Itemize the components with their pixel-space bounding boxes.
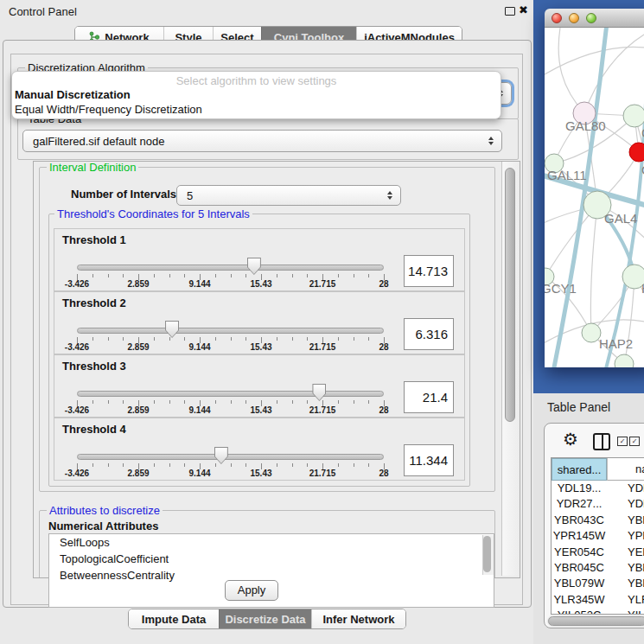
slider-scale-label: 15.43 — [250, 469, 271, 478]
columns-icon[interactable] — [593, 433, 610, 450]
cell-shared-name: YBR045C — [552, 560, 607, 576]
slider-tick — [307, 337, 308, 341]
gear-icon[interactable]: ⚙ — [563, 429, 578, 450]
float-window-icon[interactable] — [505, 7, 515, 16]
slider-tick — [169, 400, 170, 404]
slider-scale-label: 21.715 — [309, 342, 336, 352]
threshold-value-field[interactable]: 21.4 — [404, 381, 454, 413]
tab-impute-data[interactable]: Impute Data — [129, 609, 219, 628]
table-data-select[interactable]: galFiltered.sif default node — [22, 130, 502, 152]
slider-tick — [277, 274, 277, 277]
slider-tick — [245, 400, 246, 404]
node-label: GAL80 — [565, 118, 606, 133]
slider-tick — [215, 274, 216, 277]
thresholds-group: Threshold's Coordinates for 5 Intervals … — [48, 214, 470, 487]
checkbox-icon[interactable]: ✓ — [629, 437, 640, 446]
tab-discretize-data[interactable]: Discretize Data — [219, 609, 311, 628]
slider-tick — [108, 400, 109, 404]
bottom-tab-bar: Impute DataDiscretize DataInfer Network — [128, 609, 406, 629]
popup-option[interactable]: Manual Discretization — [15, 88, 131, 101]
slider-tick — [154, 337, 155, 341]
slider-tick — [277, 463, 277, 467]
network-node-green[interactable] — [582, 323, 601, 342]
slider-tick — [354, 400, 354, 404]
popup-option[interactable]: Equal Width/Frequency Discretization — [15, 103, 202, 116]
minimize-traffic-light[interactable] — [569, 13, 579, 23]
app-root: Control Panel ✖ NetworkStyleSelectCyni T… — [0, 0, 644, 644]
settings-scroll-area[interactable]: Interval Definition Number of Intervals … — [33, 161, 520, 578]
attribute-list-scrollbar-thumb[interactable] — [483, 536, 491, 572]
slider-tick — [154, 274, 155, 277]
column-header-shared-name[interactable]: shared... — [552, 458, 607, 481]
threshold-value-field[interactable]: 6.316 — [404, 318, 454, 350]
network-window-titlebar[interactable] — [545, 9, 644, 28]
cell-shared-name: YPR145W — [552, 528, 607, 544]
table-row[interactable]: YBR045CYBR0 — [552, 560, 644, 576]
slider-tick — [292, 400, 293, 404]
slider-scale-label: 15.43 — [250, 279, 271, 289]
slider-track[interactable] — [77, 328, 384, 334]
slider-track[interactable] — [77, 265, 384, 271]
slider-tick — [292, 337, 293, 341]
slider-thumb[interactable] — [214, 447, 228, 464]
table-row[interactable]: YLR345WYLR3 — [552, 592, 644, 608]
column-header-name[interactable]: na — [607, 458, 644, 481]
slider-thumb[interactable] — [247, 258, 261, 275]
attribute-list-item[interactable]: TopologicalCoefficient — [49, 551, 494, 567]
network-node-green[interactable] — [615, 354, 634, 367]
close-traffic-light[interactable] — [552, 13, 562, 23]
slider-track[interactable] — [77, 454, 384, 460]
node-label: GAL4 — [604, 211, 637, 226]
node-label: GAL11 — [547, 168, 587, 182]
number-of-intervals-select[interactable]: 5 — [176, 185, 401, 206]
network-canvas[interactable]: GAL80G.CGAL11GAL4GCY1HHAP2 — [545, 28, 644, 367]
threshold-row: Threshold 3-3.4262.8599.14415.4321.71528… — [54, 354, 465, 418]
slider-thumb[interactable] — [165, 321, 179, 338]
threshold-row: Threshold 4-3.4262.8599.14415.4321.71528… — [54, 418, 465, 481]
slider-tick — [215, 337, 216, 341]
attribute-list-item[interactable]: SelfLoops — [49, 534, 494, 551]
interval-definition-group: Interval Definition Number of Intervals … — [39, 167, 495, 492]
cell-name: YDL1 — [607, 481, 644, 496]
table-horizontal-scrollbar-thumb[interactable] — [548, 616, 644, 626]
tab-infer-network[interactable]: Infer Network — [311, 609, 405, 628]
network-node-green[interactable] — [623, 105, 644, 127]
table-row[interactable]: YER054CYER0 — [552, 545, 644, 560]
apply-button[interactable]: Apply — [225, 580, 278, 601]
table-row[interactable]: YPR145WYPR1 — [552, 528, 644, 544]
close-icon[interactable]: ✖ — [519, 3, 528, 16]
number-of-intervals-value: 5 — [187, 189, 193, 202]
slider-tick — [184, 274, 185, 277]
slider-tick — [368, 400, 369, 404]
zoom-traffic-light[interactable] — [586, 13, 596, 23]
table-row[interactable]: YBR043CYBR0 — [552, 513, 644, 528]
slider-scale-label: 28 — [379, 279, 388, 289]
cell-shared-name: YDL19... — [552, 481, 607, 496]
checkbox-icon[interactable]: ✓ — [617, 437, 628, 446]
number-of-intervals-label: Number of Intervals — [71, 188, 176, 201]
slider-track[interactable] — [77, 391, 384, 397]
table-row[interactable]: YIL052CYIL0 — [552, 608, 644, 615]
table-row[interactable]: YDL19...YDL1 — [552, 481, 644, 496]
node-label: GCY1 — [545, 281, 577, 296]
network-graph: GAL80G.CGAL11GAL4GCY1HHAP2 — [545, 28, 644, 367]
slider-tick — [108, 463, 109, 467]
numerical-attributes-label: Numerical Attributes — [48, 520, 158, 532]
slider-tick — [92, 274, 93, 277]
table-row[interactable]: YDR27...YDR2 — [552, 496, 644, 512]
node-label: HAP2 — [599, 336, 633, 351]
threshold-value-field[interactable]: 11.344 — [404, 444, 454, 476]
threshold-value-field[interactable]: 14.713 — [404, 255, 454, 287]
slider-scale-label: -3.426 — [65, 405, 89, 415]
table-panel-title: Table Panel — [547, 400, 610, 414]
slider-tick — [354, 337, 354, 341]
slider-scale-label: 2.859 — [127, 469, 149, 478]
table-row[interactable]: YBL079WYBL0 — [552, 576, 644, 591]
slider-thumb[interactable] — [312, 384, 326, 401]
algorithm-dropdown-popup: Select algorithm to view settingsManual … — [11, 71, 501, 119]
slider-tick — [154, 400, 155, 404]
settings-vertical-scrollbar-thumb[interactable] — [505, 168, 515, 422]
network-node-red[interactable] — [629, 143, 644, 162]
threshold-label: Threshold 4 — [62, 423, 126, 436]
slider-tick — [231, 274, 232, 277]
